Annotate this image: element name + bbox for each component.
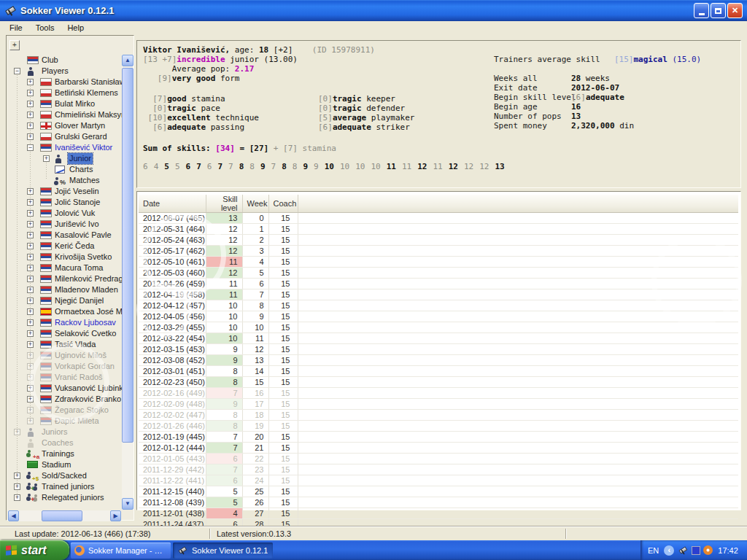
column-header-date[interactable]: Date (139, 195, 206, 213)
tray-updater-icon[interactable] (703, 545, 713, 555)
tree-item-label[interactable]: Jojić Veselin (53, 186, 101, 197)
tree-item-label[interactable]: Players (40, 66, 70, 77)
column-header-coach[interactable]: Coach (268, 195, 298, 213)
expand-plus-icon[interactable]: + (27, 374, 34, 381)
maximize-button[interactable] (711, 3, 726, 18)
expand-plus-icon[interactable]: + (27, 319, 34, 326)
expand-plus-icon[interactable]: + (27, 232, 34, 238)
tree-item[interactable]: Club (8, 55, 122, 66)
tree-item-label[interactable]: Barbarski Stanisław (53, 77, 122, 88)
tree-item-label[interactable]: Macura Toma (53, 262, 104, 273)
column-header-week[interactable]: Week (242, 195, 268, 213)
taskbar-task-2[interactable]: Sokker Viewer 0.12.1 (173, 542, 273, 559)
tree-item[interactable]: +Chmieliński Maksymilian (8, 109, 122, 120)
menu-tools[interactable]: Tools (29, 23, 61, 33)
tree-item-label[interactable]: Uginović Miloš (53, 350, 108, 361)
expand-plus-icon[interactable]: + (27, 341, 34, 348)
tree-item-label[interactable]: Glover Martyn (53, 120, 107, 131)
menu-help[interactable]: Help (61, 23, 90, 33)
table-row[interactable]: 2012-03-29 (455)101015 (139, 322, 738, 333)
tree-item-label[interactable]: Stadium (40, 459, 72, 470)
tree-item-label[interactable]: Jolović Vuk (53, 208, 96, 219)
table-row[interactable]: 2012-02-09 (448)91715 (139, 399, 738, 410)
expand-plus-icon[interactable]: + (27, 254, 34, 260)
expand-plus-icon[interactable]: + (27, 101, 34, 107)
table-row[interactable]: 2012-05-17 (462)12315 (139, 246, 738, 257)
tree-item-label[interactable]: Kerić Čeda (53, 241, 96, 252)
expand-plus-icon[interactable]: + (27, 287, 34, 293)
close-button[interactable]: ✕ (727, 3, 743, 18)
table-row[interactable]: 2012-01-05 (443)62215 (139, 454, 738, 464)
expand-plus-icon[interactable]: + (27, 276, 34, 282)
expand-plus-icon[interactable]: + (27, 363, 34, 370)
tree-item-label[interactable]: Selaković Cvetko (53, 328, 117, 339)
table-row[interactable]: 2012-05-03 (460)12515 (139, 268, 738, 279)
table-row[interactable]: 2011-12-08 (439)52615 (139, 497, 738, 508)
tree-item[interactable]: +Macura Toma (8, 262, 122, 273)
expand-plus-icon[interactable]: + (27, 221, 34, 228)
expand-plus-icon[interactable]: + (27, 210, 34, 217)
tree-item[interactable]: Trainings (8, 448, 122, 459)
tree-item[interactable]: +Zdravković Branko (8, 394, 122, 405)
tray-sokker-icon[interactable] (678, 545, 688, 555)
expand-plus-icon[interactable]: + (27, 265, 34, 271)
table-row[interactable]: 2012-02-23 (450)81515 (139, 377, 738, 388)
table-row[interactable]: 2012-01-26 (446)81915 (139, 421, 738, 432)
scroll-down-button[interactable]: ▼ (122, 498, 133, 510)
tree-item[interactable]: +Milenković Predrag (8, 273, 122, 284)
tree-item-label[interactable]: Ivanišević Viktor (53, 142, 114, 153)
tree-item[interactable]: +Mladenov Mladen (8, 284, 122, 295)
tree-item[interactable]: +Selaković Cvetko (8, 328, 122, 339)
tree-item[interactable]: +Junior (8, 153, 122, 164)
tree-item[interactable]: +Glover Martyn (8, 120, 122, 131)
tree-item-label[interactable]: Jurišević Ivo (53, 219, 101, 230)
tree-item-label[interactable]: Coaches (40, 438, 74, 448)
tree-item-label[interactable]: Mladenov Mladen (53, 284, 120, 295)
expand-plus-icon[interactable]: + (14, 483, 20, 490)
table-row[interactable]: 2012-05-24 (463)12215 (139, 235, 738, 246)
expand-plus-icon[interactable]: + (27, 418, 34, 424)
start-button[interactable]: start (0, 540, 69, 560)
tree-item[interactable]: +Đapić Mileta (8, 416, 122, 427)
expand-plus-icon[interactable]: + (27, 79, 34, 85)
tree-item-label[interactable]: Tasić Vlada (53, 339, 97, 350)
table-row[interactable]: 2012-03-08 (452)91315 (139, 355, 738, 366)
tree-item[interactable]: +Vorkapić Gordan (8, 361, 122, 372)
tree-item[interactable]: +Juniors (8, 427, 122, 438)
table-row[interactable]: 2012-02-02 (447)81815 (139, 410, 738, 421)
expand-plus-icon[interactable]: + (27, 407, 34, 413)
table-row[interactable]: 2012-06-07 (465)13015 (139, 213, 738, 224)
table-row[interactable]: 2012-03-15 (453)91215 (139, 344, 738, 355)
expand-plus-icon[interactable]: + (27, 352, 34, 359)
table-row[interactable]: 2012-04-19 (458)11715 (139, 289, 738, 300)
expand-plus-icon[interactable]: + (27, 385, 34, 392)
column-header-skill-level[interactable]: Skill level (206, 195, 242, 213)
tree-item[interactable]: +Barbarski Stanisław (8, 77, 122, 88)
tree-item[interactable]: +Žegarac Stojko (8, 405, 122, 416)
tree-item-label[interactable]: Đapić Mileta (53, 416, 101, 427)
tree-item[interactable]: Coaches (8, 438, 122, 448)
tree-item[interactable]: Matches (8, 175, 122, 186)
table-row[interactable]: 2012-03-01 (451)81415 (139, 366, 738, 377)
tree-item[interactable]: +Kasalović Pavle (8, 230, 122, 241)
tree-horizontal-scrollbar[interactable]: ◀ ▶ (8, 510, 121, 521)
tree-item[interactable]: +Trained juniors (8, 481, 122, 492)
scroll-right-button[interactable]: ▶ (110, 510, 121, 521)
minimize-button[interactable] (694, 3, 709, 18)
tree-item[interactable]: +Jojić Veselin (8, 186, 122, 197)
table-row[interactable]: 2012-05-31 (464)12115 (139, 224, 738, 235)
tree-item-label[interactable]: Ormaetxea José Man (53, 306, 122, 317)
tree-item-label[interactable]: Vuksanović Ljubinko (53, 383, 122, 394)
tree-item-label[interactable]: Bulat Mirko (53, 98, 96, 109)
tree-item-label[interactable]: Junior (68, 153, 93, 164)
tree-item[interactable]: +Betliński Klemens (8, 88, 122, 98)
tree-item[interactable]: +Kerić Čeda (8, 241, 122, 252)
expand-plus-icon[interactable]: + (27, 308, 34, 315)
tree-item[interactable]: +Jolović Vuk (8, 208, 122, 219)
tree-item-label[interactable]: Sold/Sacked (40, 470, 88, 481)
tree-item[interactable]: −Players (8, 66, 122, 77)
tree-item-label[interactable]: Charts (68, 164, 94, 175)
tree-item-label[interactable]: Trained juniors (40, 481, 96, 492)
horizontal-scroll-thumb[interactable] (42, 510, 82, 521)
tree-item[interactable]: +Vranić Radoš (8, 372, 122, 383)
